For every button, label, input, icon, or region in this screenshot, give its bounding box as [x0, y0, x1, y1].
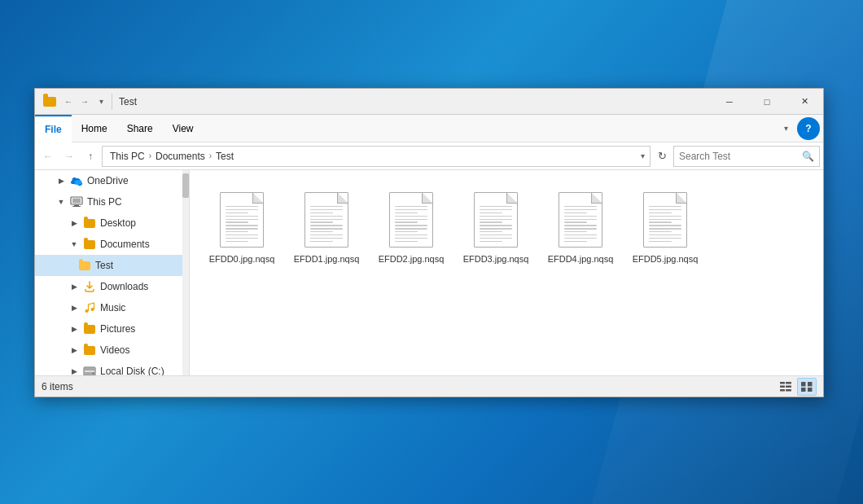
- downloads-icon: [82, 279, 97, 294]
- file-icon: [470, 190, 522, 250]
- svg-rect-3: [72, 199, 81, 204]
- breadcrumb[interactable]: This PC › Documents › Test ▾: [102, 146, 651, 167]
- file-icon: [554, 190, 607, 250]
- tab-file[interactable]: File: [35, 115, 72, 142]
- music-icon: [82, 300, 97, 315]
- breadcrumb-this-pc[interactable]: This PC: [107, 150, 147, 163]
- expand-pictures-icon[interactable]: ▶: [68, 322, 81, 335]
- ribbon-expand-icon[interactable]: ▾: [774, 117, 797, 140]
- sidebar-label-documents: Documents: [100, 239, 150, 250]
- expand-this-pc-icon[interactable]: ▼: [55, 195, 68, 208]
- qa-back-btn[interactable]: ←: [61, 94, 76, 109]
- qa-forward-btn[interactable]: →: [77, 94, 92, 109]
- list-item[interactable]: EFDD3.jpg.nqsq: [457, 183, 535, 271]
- minimize-button[interactable]: ─: [711, 89, 748, 115]
- sidebar-item-desktop[interactable]: ▶ Desktop: [35, 213, 189, 234]
- list-item[interactable]: EFDD0.jpg.nqsq: [203, 183, 281, 271]
- list-item[interactable]: EFDD1.jpg.nqsq: [287, 183, 366, 271]
- address-bar: ← → ↑ This PC › Documents › Test ▾ ↻ 🔍: [35, 142, 823, 170]
- nav-back-button[interactable]: ←: [38, 147, 58, 166]
- nav-forward-button[interactable]: →: [59, 147, 79, 166]
- tab-view[interactable]: View: [163, 115, 204, 142]
- view-toggle-buttons: [776, 378, 817, 396]
- status-item-count: 6 items: [42, 381, 776, 392]
- file-name: EFDD2.jpg.nqsq: [379, 253, 445, 265]
- file-name: EFDD3.jpg.nqsq: [463, 253, 529, 265]
- svg-rect-4: [74, 205, 79, 207]
- list-item[interactable]: EFDD4.jpg.nqsq: [541, 183, 620, 271]
- list-item[interactable]: EFDD5.jpg.nqsq: [626, 183, 704, 271]
- breadcrumb-sep1: ›: [149, 151, 151, 160]
- file-icon: [216, 190, 268, 250]
- close-button[interactable]: ✕: [786, 89, 823, 115]
- search-box[interactable]: 🔍: [673, 146, 820, 167]
- sidebar-item-videos[interactable]: ▶ Videos: [35, 340, 189, 361]
- window-title: Test: [116, 96, 711, 107]
- file-icon: [300, 190, 353, 250]
- expand-desktop-icon[interactable]: ▶: [68, 217, 81, 230]
- expand-music-icon[interactable]: ▶: [68, 301, 81, 314]
- sidebar-item-documents[interactable]: ▼ Documents: [35, 234, 189, 255]
- search-input[interactable]: [679, 151, 802, 162]
- file-area: EFDD0.jpg.nqsq: [190, 170, 823, 375]
- videos-icon: [82, 343, 97, 357]
- sidebar-label-music: Music: [100, 302, 125, 313]
- scrollbar[interactable]: [182, 170, 189, 375]
- file-name: EFDD1.jpg.nqsq: [294, 253, 360, 265]
- list-view-button[interactable]: [776, 378, 795, 396]
- breadcrumb-documents[interactable]: Documents: [153, 150, 208, 163]
- sidebar-item-onedrive[interactable]: ▶ OneDrive: [35, 170, 189, 191]
- sidebar-item-this-pc[interactable]: ▼ This PC: [35, 191, 189, 213]
- maximize-button[interactable]: □: [748, 89, 786, 115]
- window-controls: ─ □ ✕: [711, 89, 823, 115]
- svg-rect-9: [85, 368, 94, 370]
- sidebar-item-music[interactable]: ▶ Music: [35, 297, 189, 318]
- svg-rect-15: [786, 385, 791, 388]
- sidebar-label-downloads: Downloads: [100, 281, 148, 292]
- tab-share[interactable]: Share: [117, 115, 163, 142]
- pictures-icon: [82, 322, 97, 336]
- sidebar-item-local-disk[interactable]: ▶ Local Disk (C:): [35, 361, 189, 375]
- svg-rect-18: [801, 382, 806, 387]
- list-item[interactable]: EFDD2.jpg.nqsq: [372, 183, 450, 271]
- search-icon[interactable]: 🔍: [802, 151, 814, 162]
- sidebar-item-pictures[interactable]: ▶ Pictures: [35, 318, 189, 340]
- pc-icon: [69, 195, 84, 209]
- qa-dropdown-btn[interactable]: ▾: [94, 94, 108, 109]
- files-grid: EFDD0.jpg.nqsq: [203, 183, 810, 271]
- icon-view-button[interactable]: [797, 378, 817, 396]
- explorer-window: ← → ▾ Test ─ □ ✕ File Home Share View ▾ …: [34, 88, 824, 397]
- svg-rect-21: [808, 388, 813, 392]
- test-folder-icon: [77, 258, 92, 273]
- expand-downloads-icon[interactable]: ▶: [68, 280, 81, 293]
- expand-onedrive-icon[interactable]: ▶: [55, 174, 68, 187]
- svg-rect-13: [786, 382, 791, 384]
- svg-rect-20: [801, 388, 806, 392]
- ribbon-help-icon[interactable]: ?: [797, 117, 820, 140]
- breadcrumb-test[interactable]: Test: [213, 150, 236, 163]
- main-content: ▶ OneDrive ▼: [35, 170, 823, 375]
- expand-documents-icon[interactable]: ▼: [68, 238, 81, 251]
- sidebar-item-downloads[interactable]: ▶ Downloads: [35, 276, 189, 297]
- tab-home[interactable]: Home: [72, 115, 117, 142]
- sidebar-item-test[interactable]: Test: [35, 255, 189, 276]
- nav-up-button[interactable]: ↑: [81, 147, 100, 166]
- svg-rect-17: [786, 389, 791, 392]
- file-name: EFDD4.jpg.nqsq: [548, 253, 614, 265]
- expand-disk-icon[interactable]: ▶: [68, 365, 81, 375]
- status-bar: 6 items: [35, 375, 823, 397]
- file-icon: [639, 190, 691, 250]
- expand-videos-icon[interactable]: ▶: [68, 344, 81, 357]
- scrollbar-thumb[interactable]: [182, 173, 189, 198]
- refresh-button[interactable]: ↻: [652, 147, 672, 166]
- svg-rect-19: [808, 382, 813, 387]
- sidebar-label-videos: Videos: [100, 344, 129, 356]
- svg-rect-14: [780, 385, 785, 388]
- documents-folder-icon: [82, 237, 97, 252]
- svg-rect-16: [780, 389, 785, 392]
- window-folder-icon: [42, 94, 58, 110]
- quick-access-toolbar: ← → ▾: [61, 94, 108, 109]
- breadcrumb-dropdown-icon[interactable]: ▾: [641, 151, 645, 160]
- file-name: EFDD0.jpg.nqsq: [209, 253, 275, 265]
- svg-rect-5: [72, 206, 81, 207]
